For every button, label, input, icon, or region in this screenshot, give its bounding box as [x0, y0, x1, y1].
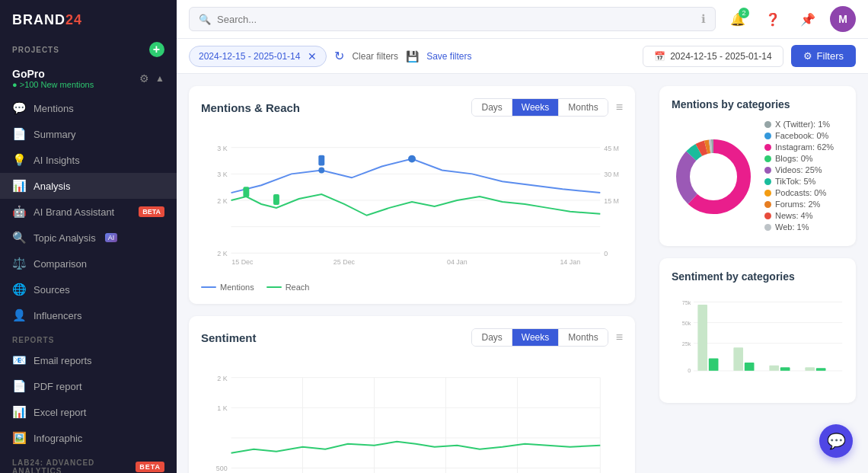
add-project-button[interactable]: +: [149, 42, 164, 57]
sidebar-item-ai-brand-assistant[interactable]: 🤖 AI Brand Assistant BETA: [0, 199, 177, 225]
chart-menu-icon[interactable]: ≡: [616, 101, 623, 114]
notification-count: 2: [739, 8, 749, 18]
clear-filters-button[interactable]: Clear filters: [352, 51, 398, 62]
sentiment-categories-title: Sentiment by categories: [672, 270, 844, 283]
legend-item-tiktok: TikTok: 5%: [764, 177, 834, 186]
email-icon: 📧: [12, 353, 26, 367]
mentions-reach-card: Mentions & Reach Days Weeks Months ≡: [189, 86, 635, 304]
mentions-categories-title: Mentions by categories: [672, 98, 844, 110]
help-button[interactable]: ❓: [760, 6, 786, 32]
sidebar-item-label: AI Brand Assistant: [34, 206, 114, 218]
legend-item-news: News: 4%: [764, 211, 834, 220]
sidebar-item-label: Infographic: [34, 433, 82, 444]
svg-text:2 K: 2 K: [217, 197, 227, 205]
sidebar-item-sources[interactable]: 🌐 Sources: [0, 276, 177, 302]
sentiment-tab-months[interactable]: Months: [559, 329, 607, 346]
search-input[interactable]: [217, 14, 695, 25]
chart-header: Mentions & Reach Days Weeks Months ≡: [201, 98, 623, 117]
sidebar-item-label: Excel report: [34, 407, 86, 418]
legend-item-forums: Forums: 2%: [764, 200, 834, 209]
sentiment-menu-icon[interactable]: ≡: [616, 331, 623, 344]
sidebar-item-excel-report[interactable]: 📊 Excel report: [0, 399, 177, 425]
date-range-button[interactable]: 📅 2024-12-15 - 2025-01-14: [643, 46, 783, 67]
svg-text:2 K: 2 K: [217, 250, 227, 257]
chevron-up-icon[interactable]: ▲: [155, 73, 164, 84]
mentions-reach-svg: 3 K 3 K 2 K 2 K 45 M 30 M 15 M 0: [201, 124, 623, 276]
sentiment-chart-area: 2 K 1 K 500 15 Dec 25 Dec 04 Jan 14 Jan: [201, 354, 623, 473]
topic-icon: 🔍: [12, 231, 26, 244]
notifications-button[interactable]: 🔔 2: [725, 6, 751, 32]
tab-weeks[interactable]: Weeks: [512, 99, 559, 116]
sidebar-item-label: Analysis: [34, 181, 70, 192]
sentiment-tab-weeks[interactable]: Weeks: [512, 329, 559, 346]
mentions-reach-title: Mentions & Reach: [201, 101, 300, 114]
sidebar-item-topic-analysis[interactable]: 🔍 Topic Analysis AI: [0, 225, 177, 251]
svg-text:75k: 75k: [682, 299, 691, 306]
legend-item-instagram: Instagram: 62%: [764, 142, 834, 152]
sidebar-item-influencers[interactable]: 👤 Influencers: [0, 302, 177, 328]
svg-text:2 K: 2 K: [217, 375, 227, 382]
svg-text:25 Dec: 25 Dec: [333, 258, 356, 266]
sidebar-item-infographic[interactable]: 🖼️ Infographic: [0, 425, 177, 451]
sidebar-item-label: Email reports: [34, 355, 92, 366]
sidebar-item-summary[interactable]: 📄 Summary: [0, 121, 177, 147]
mentions-categories-card: Mentions by categories X (Twi: [659, 86, 856, 246]
sidebar-item-ai-insights[interactable]: 💡 AI Insights: [0, 147, 177, 173]
sidebar-item-label: Mentions: [34, 103, 74, 114]
save-filters-button[interactable]: Save filters: [426, 51, 471, 62]
comparison-icon: ⚖️: [12, 257, 26, 270]
sidebar-item-pdf-report[interactable]: 📄 PDF report: [0, 373, 177, 399]
sentiment-header: Sentiment Days Weeks Months ≡: [201, 328, 623, 347]
svg-text:1 K: 1 K: [217, 404, 227, 412]
svg-text:15 Dec: 15 Dec: [231, 258, 254, 266]
sidebar-item-label: Topic Analysis: [34, 232, 96, 244]
mentions-line-color: [201, 286, 216, 288]
sentiment-title: Sentiment: [201, 331, 257, 344]
sentiment-bar-chart: 75k 50k 25k 0: [672, 292, 844, 391]
filters-button[interactable]: ⚙ Filters: [791, 45, 856, 67]
chip-close-icon[interactable]: ✕: [308, 50, 317, 62]
sentiment-svg: 2 K 1 K 500 15 Dec 25 Dec 04 Jan 14 Jan: [201, 354, 623, 473]
tab-months[interactable]: Months: [559, 99, 607, 116]
gear-icon[interactable]: ⚙: [139, 72, 149, 85]
svg-point-14: [408, 155, 416, 163]
sidebar-item-label: Sources: [34, 284, 70, 296]
svg-rect-60: [805, 367, 815, 371]
legend-item-videos: Videos: 25%: [764, 165, 834, 174]
svg-text:0: 0: [604, 250, 608, 257]
sidebar-item-mentions[interactable]: 💬 Mentions: [0, 95, 177, 121]
sidebar-item-label: Influencers: [34, 310, 82, 321]
project-item: GoPro ● >100 New mentions ⚙ ▲: [0, 62, 177, 95]
filterbar: 2024-12-15 - 2025-01-14 ✕ ↻ Clear filter…: [177, 39, 868, 74]
sidebar-item-analysis[interactable]: 📊 Analysis: [0, 173, 177, 199]
avatar[interactable]: M: [830, 6, 856, 32]
donut-container: X (Twitter): 1% Facebook: 0% Instagram: …: [672, 120, 844, 234]
mentions-icon: 💬: [12, 101, 26, 115]
svg-rect-16: [243, 187, 249, 197]
sentiment-card: Sentiment Days Weeks Months ≡: [189, 316, 635, 473]
chat-fab-button[interactable]: 💬: [819, 424, 853, 458]
legend-item-podcasts: Podcasts: 0%: [764, 188, 834, 197]
settings-button[interactable]: 📌: [795, 6, 821, 32]
logo-text: BRAND24: [12, 12, 82, 28]
tab-days[interactable]: Days: [472, 99, 512, 116]
reports-section-header: REPORTS: [0, 328, 177, 347]
projects-header: PROJECTS +: [0, 37, 177, 62]
legend-item-blogs: Blogs: 0%: [764, 154, 834, 163]
time-tabs: Days Weeks Months: [471, 98, 608, 117]
svg-rect-58: [769, 366, 779, 371]
legend-item-twitter: X (Twitter): 1%: [764, 120, 834, 129]
search-box[interactable]: 🔍 ℹ: [189, 7, 716, 31]
svg-text:25k: 25k: [682, 340, 691, 347]
search-icon: 🔍: [199, 14, 211, 25]
svg-text:04 Jan: 04 Jan: [447, 258, 468, 266]
main-content: 🔍 ℹ 🔔 2 ❓ 📌 M 2024-12-15 - 2025-01-14 ✕ …: [177, 0, 868, 473]
svg-text:3 K: 3 K: [217, 145, 227, 152]
sidebar-item-comparison[interactable]: ⚖️ Comparison: [0, 251, 177, 276]
date-chip[interactable]: 2024-12-15 - 2025-01-14 ✕: [189, 46, 327, 67]
sidebar-item-email-reports[interactable]: 📧 Email reports: [0, 347, 177, 373]
sentiment-time-tabs: Days Weeks Months: [471, 328, 608, 347]
refresh-button[interactable]: ↻: [334, 49, 344, 63]
calendar-icon: 📅: [654, 51, 665, 62]
sentiment-tab-days[interactable]: Days: [472, 329, 512, 346]
